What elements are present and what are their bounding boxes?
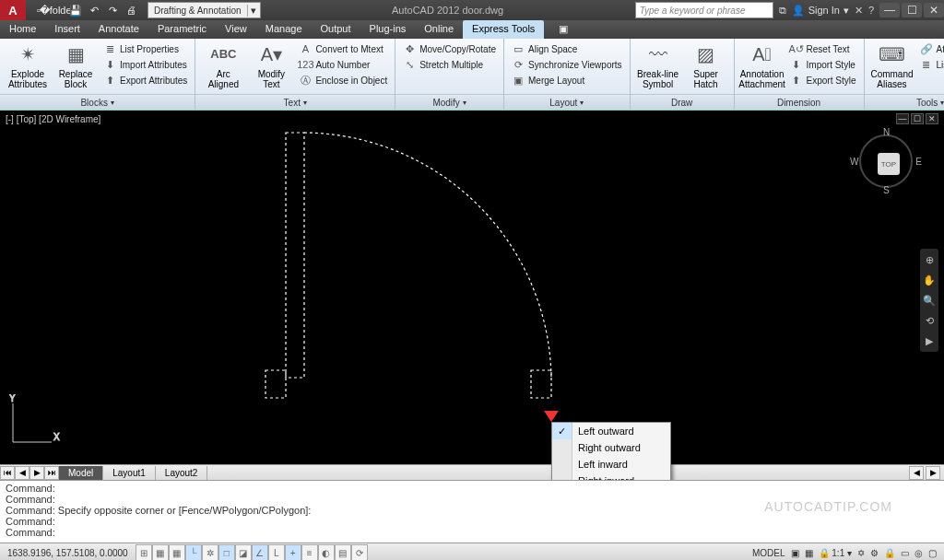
list-xdata-button[interactable]: ≣List Xdata bbox=[918, 57, 945, 72]
chevron-down-icon[interactable]: ▾ bbox=[247, 5, 260, 17]
isolate-objects-icon[interactable]: ◎ bbox=[914, 548, 923, 558]
tab-layout2[interactable]: Layout2 bbox=[156, 466, 208, 480]
tab-last-icon[interactable]: ⏭ bbox=[44, 466, 59, 480]
showmotion-icon[interactable]: ▶ bbox=[922, 333, 937, 348]
breakline-button[interactable]: 〰Break-lineSymbol bbox=[636, 41, 680, 89]
selection-cycling-icon[interactable]: ⟳ bbox=[351, 544, 368, 560]
viewcube-s[interactable]: S bbox=[883, 185, 890, 195]
snap-icon[interactable]: ▦ bbox=[152, 544, 169, 560]
tab-model[interactable]: Model bbox=[59, 466, 103, 480]
chevron-down-icon[interactable]: ▾ bbox=[940, 99, 944, 107]
sync-viewports-button[interactable]: ⟳Synchronize Viewports bbox=[510, 57, 624, 72]
list-properties-button[interactable]: ≣List Properties bbox=[101, 41, 189, 56]
tab-online[interactable]: Online bbox=[415, 20, 463, 39]
ctx-item-right-outward[interactable]: Right outward bbox=[552, 439, 670, 456]
search-input[interactable]: Type a keyword or phrase bbox=[635, 2, 773, 18]
move-copy-rotate-button[interactable]: ✥Move/Copy/Rotate bbox=[401, 41, 498, 56]
export-style-button[interactable]: ⬆Export Style bbox=[788, 73, 858, 88]
ctx-item-left-inward[interactable]: Left inward bbox=[552, 456, 670, 472]
steering-wheel-icon[interactable]: ⊕ bbox=[922, 252, 937, 267]
3dosnap-icon[interactable]: ◪ bbox=[235, 544, 252, 560]
quick-view-icon[interactable]: ▦ bbox=[805, 548, 813, 558]
convert-mtext-button[interactable]: AConvert to Mtext bbox=[297, 41, 389, 56]
modify-text-button[interactable]: A▾ModifyText bbox=[249, 41, 293, 89]
tab-prev-icon[interactable]: ◀ bbox=[15, 466, 30, 480]
transparency-icon[interactable]: ◐ bbox=[318, 544, 335, 560]
drawing-viewport[interactable]: [-] [Top] [2D Wireframe] — ☐ ✕ ✓Left out… bbox=[0, 111, 944, 464]
attach-xdata-button[interactable]: 🔗Attach Xdata bbox=[918, 41, 945, 56]
tab-parametric[interactable]: Parametric bbox=[148, 20, 216, 39]
super-hatch-button[interactable]: ▨SuperHatch bbox=[684, 41, 728, 89]
merge-layout-button[interactable]: ▣Merge Layout bbox=[510, 73, 624, 88]
arc-aligned-button[interactable]: ABCArcAligned bbox=[201, 41, 245, 89]
tab-express-tools[interactable]: Express Tools bbox=[463, 20, 544, 39]
stretch-multiple-button[interactable]: ⤡Stretch Multiple bbox=[401, 57, 498, 72]
command-aliases-button[interactable]: ⌨CommandAliases bbox=[870, 41, 914, 89]
workspace-switch-icon[interactable]: ⚙ bbox=[870, 548, 879, 558]
zoom-icon[interactable]: 🔍 bbox=[922, 293, 937, 308]
replace-block-button[interactable]: ▦ReplaceBlock bbox=[53, 41, 98, 89]
model-space-toggle[interactable]: MODEL bbox=[752, 548, 785, 558]
redo-icon[interactable]: ↷ bbox=[105, 3, 120, 18]
tab-output[interactable]: Output bbox=[312, 20, 360, 39]
viewcube-n[interactable]: N bbox=[883, 127, 890, 137]
explode-attributes-button[interactable]: ✴ExplodeAttributes bbox=[6, 41, 50, 89]
exchange-icon[interactable]: ✕ bbox=[855, 5, 863, 17]
viewcube-top[interactable]: TOP bbox=[878, 153, 900, 175]
tab-next-icon[interactable]: ▶ bbox=[30, 466, 44, 480]
chevron-down-icon[interactable]: ▾ bbox=[303, 99, 307, 107]
chevron-down-icon[interactable]: ▾ bbox=[463, 99, 466, 107]
help-icon[interactable]: ? bbox=[868, 5, 874, 16]
tab-focus-icon[interactable]: ▣ bbox=[549, 20, 568, 39]
import-attributes-button[interactable]: ⬇Import Attributes bbox=[101, 57, 189, 72]
export-attributes-button[interactable]: ⬆Export Attributes bbox=[101, 73, 189, 88]
chevron-down-icon[interactable]: ▾ bbox=[111, 99, 114, 107]
tab-first-icon[interactable]: ⏮ bbox=[0, 466, 15, 480]
infocenter-icon[interactable]: ⧉ bbox=[779, 5, 786, 17]
osnap-icon[interactable]: □ bbox=[218, 544, 235, 560]
tab-layout1[interactable]: Layout1 bbox=[103, 466, 156, 480]
reset-text-button[interactable]: A↺Reset Text bbox=[788, 41, 858, 56]
annotation-scale[interactable]: 🔒 1:1 ▾ bbox=[819, 548, 852, 558]
chevron-down-icon[interactable]: ▾ bbox=[580, 99, 584, 107]
viewcube-w[interactable]: W bbox=[850, 157, 858, 167]
maximize-button[interactable]: ☐ bbox=[902, 3, 922, 18]
enclose-object-button[interactable]: ⒶEnclose in Object bbox=[297, 73, 389, 88]
hscroll-right-icon[interactable]: ▶ bbox=[926, 466, 940, 480]
hardware-accel-icon[interactable]: ▭ bbox=[901, 548, 909, 558]
viewcube-e[interactable]: E bbox=[915, 157, 922, 167]
lineweight-icon[interactable]: ≡ bbox=[301, 544, 318, 560]
tab-manage[interactable]: Manage bbox=[256, 20, 312, 39]
dynamic-grip-arrow[interactable] bbox=[544, 411, 559, 422]
print-icon[interactable]: 🖨 bbox=[124, 3, 138, 18]
undo-icon[interactable]: ↶ bbox=[87, 3, 101, 18]
clean-screen-icon[interactable]: ▢ bbox=[928, 548, 937, 558]
pan-icon[interactable]: ✋ bbox=[922, 273, 937, 287]
infer-constraints-icon[interactable]: ⊞ bbox=[136, 544, 152, 560]
orbit-icon[interactable]: ⟲ bbox=[922, 313, 937, 328]
tab-insert[interactable]: Insert bbox=[45, 20, 89, 39]
view-cube[interactable]: TOP N S E W bbox=[854, 129, 918, 193]
workspace-selector[interactable]: Drafting & Annotation ▾ bbox=[148, 2, 261, 18]
hscroll-left-icon[interactable]: ◀ bbox=[909, 466, 924, 480]
ortho-icon[interactable]: └ bbox=[185, 544, 202, 560]
annotation-visibility-icon[interactable]: ✡ bbox=[857, 548, 865, 558]
open-icon[interactable]: �folder bbox=[50, 3, 65, 18]
tab-plugins[interactable]: Plug-ins bbox=[360, 20, 416, 39]
otrack-icon[interactable]: ∠ bbox=[252, 544, 268, 560]
tab-home[interactable]: Home bbox=[0, 20, 45, 39]
save-icon[interactable]: 💾 bbox=[68, 3, 83, 18]
import-style-button[interactable]: ⬇Import Style bbox=[788, 57, 858, 72]
toolbar-lock-icon[interactable]: 🔒 bbox=[884, 548, 895, 558]
quick-props-icon[interactable]: ▤ bbox=[335, 544, 351, 560]
sign-in-button[interactable]: 👤 Sign In ▾ bbox=[792, 5, 849, 17]
app-logo[interactable]: A bbox=[0, 0, 26, 20]
dyn-input-icon[interactable]: + bbox=[285, 544, 301, 560]
ducs-icon[interactable]: L bbox=[268, 544, 285, 560]
close-button[interactable]: ✕ bbox=[924, 3, 944, 18]
polar-icon[interactable]: ✲ bbox=[202, 544, 218, 560]
coordinate-readout[interactable]: 1638.9196, 157.5108, 0.0000 bbox=[0, 548, 136, 558]
tab-view[interactable]: View bbox=[216, 20, 256, 39]
ctx-item-left-outward[interactable]: ✓Left outward bbox=[552, 423, 670, 439]
layout-grid-icon[interactable]: ▣ bbox=[791, 548, 799, 558]
